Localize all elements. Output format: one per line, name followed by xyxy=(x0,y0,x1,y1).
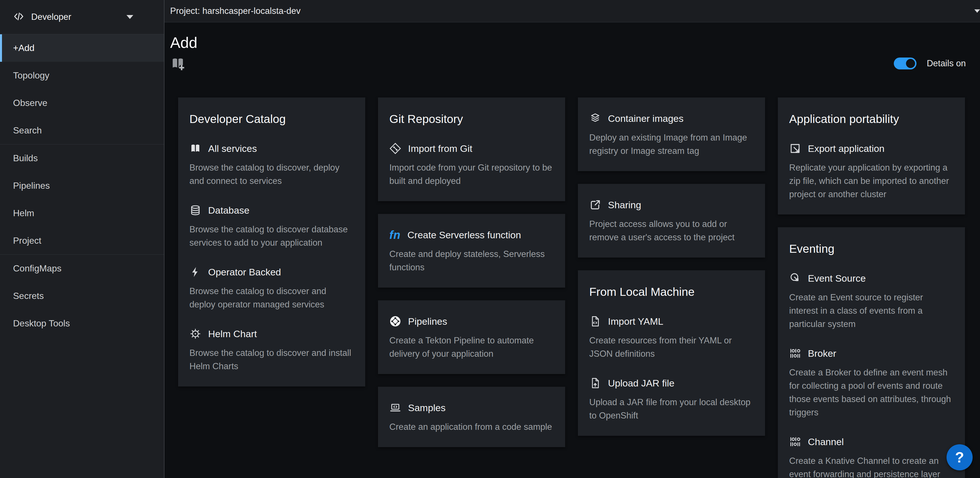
sidebar-item-topology[interactable]: Topology xyxy=(0,62,164,89)
item-label: Helm Chart xyxy=(208,327,257,340)
share-icon xyxy=(589,199,601,211)
project-selector[interactable]: Project: harshcasper-localsta-dev xyxy=(170,6,301,16)
upload-jar-link[interactable]: Upload JAR file xyxy=(589,377,754,389)
channel-binary-icon xyxy=(789,436,801,448)
helm-chart-link[interactable]: Helm Chart xyxy=(189,327,354,340)
card-from-local-machine: From Local Machine Import YAML Create re xyxy=(578,270,765,436)
all-services-link[interactable]: All services xyxy=(189,142,354,155)
item-label: Import from Git xyxy=(408,142,473,155)
create-serverless-function-link[interactable]: fn Create Serverless function xyxy=(389,229,554,241)
item-description: Create an Event source to register inter… xyxy=(789,291,954,331)
item-label: Operator Backed xyxy=(208,266,281,278)
sidebar-item-project[interactable]: Project xyxy=(0,227,164,254)
item-description: Upload a JAR file from your local deskto… xyxy=(589,395,754,422)
pipelines-link[interactable]: Pipelines xyxy=(389,315,554,327)
details-toggle-cluster: Details on xyxy=(894,57,966,70)
item-label: Channel xyxy=(808,435,844,448)
broker-link[interactable]: Broker xyxy=(789,347,954,360)
item-label: Broker xyxy=(808,347,836,360)
card-title: Developer Catalog xyxy=(189,112,354,126)
yaml-file-icon xyxy=(589,315,601,327)
sidebar-item-label: ConfigMaps xyxy=(13,263,62,274)
add-flow-operator-backed: Operator Backed Browse the catalog to di… xyxy=(189,266,354,311)
sharing-link[interactable]: Sharing xyxy=(589,199,754,211)
sidebar-item-helm[interactable]: Helm xyxy=(0,200,164,227)
sidebar-item-label: Topology xyxy=(13,70,49,81)
chevron-down-icon xyxy=(126,15,133,19)
card-container-images: Container images Deploy an existing Imag… xyxy=(578,97,765,171)
export-application-link[interactable]: Export application xyxy=(789,142,954,155)
item-description: Replicate your application by exporting … xyxy=(789,161,954,201)
channel-link[interactable]: Channel xyxy=(789,435,954,448)
sidebar-item-configmaps[interactable]: ConfigMaps xyxy=(0,255,164,282)
operator-backed-link[interactable]: Operator Backed xyxy=(189,266,354,278)
item-description: Create an application from a code sample xyxy=(389,420,554,434)
samples-link[interactable]: Samples xyxy=(389,402,554,414)
import-yaml-link[interactable]: Import YAML xyxy=(589,315,754,327)
card-samples: Samples Create an application from a cod… xyxy=(378,387,565,447)
nav-group-main: +Add Topology Observe Search xyxy=(0,34,164,144)
item-description: Browse the catalog to discover and deplo… xyxy=(189,284,354,311)
details-toggle[interactable] xyxy=(894,57,916,70)
chevron-down-icon[interactable] xyxy=(974,10,980,13)
pipelines-icon xyxy=(389,315,401,327)
sidebar-item-label: Search xyxy=(13,125,42,136)
page-header-row: Details on xyxy=(170,56,966,71)
item-description: Create resources from their YAML or JSON… xyxy=(589,334,754,360)
event-source-icon xyxy=(789,272,801,284)
sidebar-item-add[interactable]: +Add xyxy=(0,34,164,62)
helm-icon xyxy=(189,328,201,340)
sidebar: Developer +Add Topology Observe Search B… xyxy=(0,0,164,478)
item-label: Database xyxy=(208,204,250,216)
add-flow-broker: Broker Create a Broker to define an even… xyxy=(789,347,954,419)
sidebar-item-search[interactable]: Search xyxy=(0,117,164,144)
card-developer-catalog: Developer Catalog All services Browse th… xyxy=(178,97,365,386)
sidebar-item-observe[interactable]: Observe xyxy=(0,89,164,117)
toggle-knob xyxy=(906,59,915,68)
item-label: Sharing xyxy=(608,199,641,211)
context-topbar: Project: harshcasper-localsta-dev xyxy=(164,0,980,22)
item-label: Pipelines xyxy=(408,315,447,327)
git-icon xyxy=(389,143,401,154)
sidebar-item-label: Observe xyxy=(13,98,47,108)
add-flow-sharing: Sharing Project access allows you to add… xyxy=(589,199,754,244)
cards-column-1: Developer Catalog All services Browse th… xyxy=(178,97,365,386)
sidebar-item-label: Project xyxy=(13,235,41,246)
question-mark-icon: ? xyxy=(955,449,964,466)
add-flow-create-serverless-function: fn Create Serverless function Create and… xyxy=(389,229,554,274)
add-flow-export-application: Export application Replicate your applic… xyxy=(789,142,954,201)
perspective-switcher[interactable]: Developer xyxy=(0,0,133,34)
add-flow-helm-chart: Helm Chart Browse the catalog to discove… xyxy=(189,327,354,373)
page-title: Add xyxy=(170,34,966,51)
card-sharing: Sharing Project access allows you to add… xyxy=(578,184,765,257)
bolt-icon xyxy=(189,266,201,278)
sidebar-item-builds[interactable]: Builds xyxy=(0,145,164,172)
add-flow-samples: Samples Create an application from a cod… xyxy=(389,402,554,434)
add-flow-import-yaml: Import YAML Create resources from their … xyxy=(589,315,754,360)
sidebar-item-desktop-tools[interactable]: Desktop Tools xyxy=(0,310,164,337)
card-pipelines: Pipelines Create a Tekton Pipeline to au… xyxy=(378,300,565,374)
item-description: Deploy an existing Image from an Image r… xyxy=(589,131,754,157)
nav-group-config: ConfigMaps Secrets Desktop Tools xyxy=(0,254,164,337)
item-description: Create and deploy stateless, Serverless … xyxy=(389,247,554,274)
add-page: Add Details on Developer Catal xyxy=(164,23,980,478)
database-link[interactable]: Database xyxy=(189,204,354,216)
event-source-link[interactable]: Event Source xyxy=(789,272,954,284)
import-from-git-link[interactable]: Import from Git xyxy=(389,142,554,155)
card-title: Eventing xyxy=(789,242,954,256)
sidebar-item-pipelines[interactable]: Pipelines xyxy=(0,172,164,200)
code-icon xyxy=(13,11,24,23)
item-label: All services xyxy=(208,142,257,155)
sidebar-item-label: Secrets xyxy=(13,291,44,301)
container-images-link[interactable]: Container images xyxy=(589,112,754,125)
item-description: Browse the catalog to discover and insta… xyxy=(189,346,354,373)
sidebar-item-label: Builds xyxy=(13,153,38,164)
card-title: Git Repository xyxy=(389,112,554,126)
help-button[interactable]: ? xyxy=(947,444,973,470)
nav-group-resources: Builds Pipelines Helm Project xyxy=(0,144,164,254)
export-icon xyxy=(789,143,801,154)
cards-column-3: Container images Deploy an existing Imag… xyxy=(578,97,765,436)
item-label: Event Source xyxy=(808,272,866,284)
sidebar-item-secrets[interactable]: Secrets xyxy=(0,282,164,310)
item-description: Browse the catalog to discover database … xyxy=(189,223,354,249)
